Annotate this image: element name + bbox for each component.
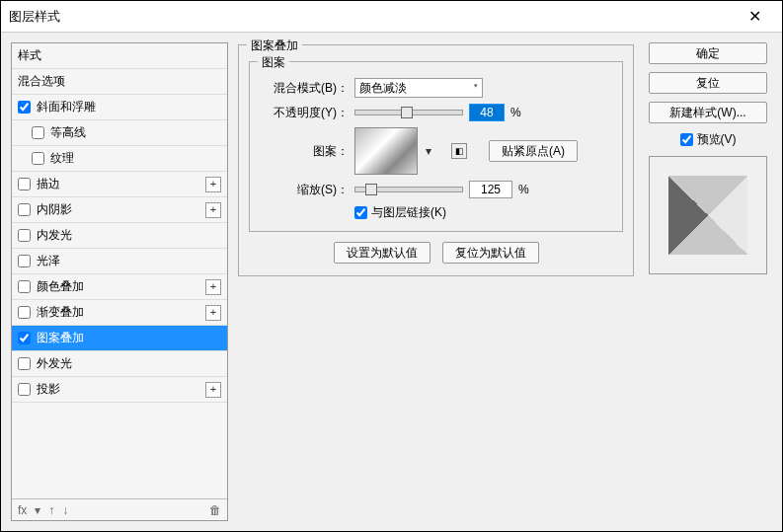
styles-footer: fx▾ ↑ ↓ 🗑 [12,498,227,520]
checkbox-bevel-emboss[interactable] [18,101,31,114]
opacity-label: 不透明度(Y)： [260,105,349,121]
preview-box [649,156,767,274]
preview-shape [668,176,747,255]
style-color-overlay[interactable]: 颜色叠加+ [12,274,227,300]
style-stroke[interactable]: 描边+ [12,172,227,197]
preview-label: 预览(V) [697,131,737,148]
style-bevel-emboss[interactable]: 斜面和浮雕 [12,95,227,120]
snap-origin-button[interactable]: 贴紧原点(A) [489,140,578,162]
checkbox-contour[interactable] [32,126,44,139]
window-title: 图层样式 [9,8,735,26]
reset-default-button[interactable]: 复位为默认值 [442,242,539,264]
checkbox-outer-glow[interactable] [18,357,31,370]
blend-mode-select[interactable]: 颜色减淡 [354,78,483,98]
fx-menu-caret-icon[interactable]: ▾ [35,503,40,517]
link-with-layer-checkbox[interactable] [354,206,367,219]
style-inner-glow[interactable]: 内发光 [12,223,227,249]
checkbox-pattern-overlay[interactable] [18,332,31,344]
style-drop-shadow[interactable]: 投影+ [12,377,227,403]
pattern-group: 图案 混合模式(B)： 颜色减淡 不透明度(Y)： % 图案： ▾ ◧ [249,61,623,232]
style-gradient-overlay[interactable]: 渐变叠加+ [12,300,227,326]
preview-checkbox[interactable] [680,133,693,146]
checkbox-gradient-overlay[interactable] [18,306,31,319]
set-default-button[interactable]: 设置为默认值 [334,242,431,264]
section-title: 图案叠加 [247,38,302,54]
scale-label: 缩放(S)： [260,182,349,198]
add-inner-shadow-icon[interactable]: + [205,202,221,218]
blend-mode-label: 混合模式(B)： [260,80,349,97]
pattern-overlay-section: 图案叠加 图案 混合模式(B)： 颜色减淡 不透明度(Y)： % 图案： ▾ [238,44,634,276]
opacity-input[interactable] [469,104,505,121]
style-inner-shadow[interactable]: 内阴影+ [12,197,227,223]
opacity-unit: % [510,106,521,119]
scale-unit: % [518,183,529,196]
style-satin[interactable]: 光泽 [12,249,227,274]
trash-icon[interactable]: 🗑 [209,503,221,517]
move-up-icon[interactable]: ↑ [48,503,54,517]
style-outer-glow[interactable]: 外发光 [12,351,227,377]
close-button[interactable]: ✕ [735,1,774,33]
move-down-icon[interactable]: ↓ [62,503,68,517]
pattern-label: 图案： [260,143,349,160]
add-stroke-icon[interactable]: + [205,177,221,192]
scale-input[interactable] [469,181,512,198]
checkbox-drop-shadow[interactable] [18,383,31,396]
add-drop-shadow-icon[interactable]: + [205,382,221,398]
new-pattern-icon[interactable]: ◧ [451,143,467,159]
style-contour[interactable]: 等高线 [12,120,227,146]
cancel-button[interactable]: 复位 [649,72,767,94]
ok-button[interactable]: 确定 [649,42,767,64]
add-gradient-overlay-icon[interactable]: + [205,305,221,321]
add-color-overlay-icon[interactable]: + [205,279,221,295]
style-blend-options[interactable]: 混合选项 [12,69,227,95]
styles-panel: 样式 混合选项 斜面和浮雕 等高线 纹理 描边+ 内阴影+ 内发光 光泽 颜色叠… [11,42,228,521]
checkbox-stroke[interactable] [18,178,31,190]
checkbox-color-overlay[interactable] [18,280,31,293]
style-texture[interactable]: 纹理 [12,146,227,172]
new-style-button[interactable]: 新建样式(W)... [649,102,767,123]
pattern-swatch[interactable] [354,127,418,175]
style-pattern-overlay[interactable]: 图案叠加 [12,326,227,351]
checkbox-texture[interactable] [32,152,44,165]
pattern-dropdown-icon[interactable]: ▾ [424,144,433,158]
checkbox-satin[interactable] [18,255,31,267]
opacity-slider[interactable] [354,110,463,115]
link-with-layer-label: 与图层链接(K) [371,204,446,221]
scale-slider[interactable] [354,187,463,192]
fx-menu-icon[interactable]: fx [18,503,27,517]
styles-header[interactable]: 样式 [12,43,227,69]
checkbox-inner-shadow[interactable] [18,203,31,216]
subsection-title: 图案 [258,54,289,71]
checkbox-inner-glow[interactable] [18,229,31,242]
